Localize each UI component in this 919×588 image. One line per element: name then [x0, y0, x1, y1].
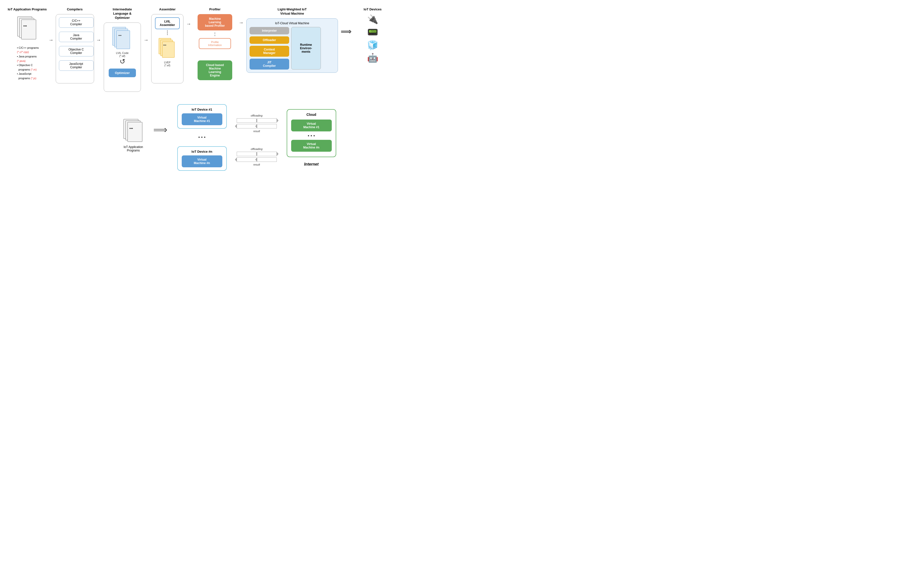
- ext-cpp: (*.c/*.cpp): [17, 50, 29, 53]
- cloud-vm1-box: VirtualMachine #1: [291, 120, 332, 131]
- col-assembler-header: Assembler: [159, 7, 176, 11]
- il-container: ••• LVIL Code(*.af) ↺ Optimizer: [104, 23, 141, 92]
- profile-info-box: ProfileInformation: [199, 38, 231, 49]
- top-diagram: IoT Application Programs ••• • C/C++ pro…: [5, 5, 455, 94]
- result-arrow-left-1: [237, 124, 277, 128]
- col-il-header: IntermediateLanguage &Optimizer: [113, 7, 132, 20]
- offloading-label-1: offloading: [251, 114, 263, 117]
- offload-pair-2: offloading result: [237, 147, 277, 166]
- lvef-label: LVEF(*.ef): [164, 61, 171, 67]
- col-compilers: Compilers C/C++Compiler JavaCompiler Obj…: [55, 7, 95, 83]
- bottom-dots-1: • • •: [198, 135, 205, 140]
- bottom-section: ••• IoT ApplicationPrograms ⟹ IoT Device…: [5, 104, 455, 171]
- device-circuit-icon: 🔌: [367, 14, 378, 24]
- list-item: • JavaScript programs (*.js): [17, 72, 39, 81]
- optimizer-box: Optimizer: [109, 69, 136, 77]
- col-vm: Light-Weighted IoTVirtual Machine IoT-Cl…: [245, 7, 339, 73]
- devicen-vm-box: VirtualMachine #n: [182, 155, 222, 167]
- result-arrow-outline-1a: [237, 124, 257, 128]
- bottom-left-label: IoT ApplicationPrograms: [123, 145, 143, 152]
- col-profiler-header: Profiler: [209, 7, 221, 11]
- list-item: • Java programs(*.java): [17, 55, 39, 63]
- offload-arrow-outline-2b: [257, 152, 277, 156]
- bottom-left: ••• IoT ApplicationPrograms: [123, 104, 143, 152]
- col-iot-apps: IoT Application Programs ••• • C/C++ pro…: [7, 7, 47, 81]
- offload-arrow-outline-1a: [237, 118, 257, 123]
- vm-outer: IoT-Cloud Virtual Machine Interpreter Of…: [246, 18, 338, 73]
- arrow-il-to-assembler: →: [144, 7, 149, 43]
- offload-arrow-outline-1b: [257, 118, 277, 123]
- lvil-code-label: LVIL Code(*.af): [116, 52, 129, 57]
- compiler-cpp: C/C++Compiler: [59, 17, 94, 28]
- col-assembler: Assembler LVILAssembler ••• LVEF(*.ef): [150, 7, 185, 83]
- cloud-title: Cloud: [291, 113, 332, 116]
- runtime-box: RuntimeEnviron-ments: [291, 27, 321, 69]
- cloud-dots: • • •: [291, 133, 332, 139]
- il-page-3: [116, 31, 130, 49]
- profiler-section: MachineLearningbased Profiler ProfileInf…: [195, 14, 235, 80]
- iot-app-list: • C/C++ programs(*.c/*.cpp) • Java progr…: [16, 46, 39, 81]
- result-arrow-outline-2a: [237, 157, 257, 162]
- cycle-arrow: ↺: [120, 57, 125, 66]
- ext-m: (*.m): [31, 68, 37, 71]
- offloader-box: Offloader: [249, 36, 289, 44]
- il-stack: •••: [112, 27, 132, 49]
- lvef-stack: •••: [159, 38, 176, 58]
- arrow-profiler-to-vm: →: [239, 7, 244, 26]
- il-dots: •••: [118, 34, 121, 37]
- diagram-container: IoT Application Programs ••• • C/C++ pro…: [0, 0, 460, 294]
- context-manager-box: ContextManager: [249, 46, 289, 57]
- vm-cloud-title: IoT-Cloud Virtual Machine: [249, 21, 335, 25]
- offloading-label-2: offloading: [251, 147, 263, 150]
- arrow-assembler-to-profiler: →: [186, 7, 191, 27]
- bottom-stack: •••: [123, 119, 143, 141]
- arrow-apps-to-compilers: →: [49, 7, 53, 43]
- internet-label: Internet: [304, 162, 319, 166]
- col-iot-devices-header: IoT Devices: [364, 7, 382, 11]
- bottom-stack-page-3: [128, 122, 142, 142]
- lvil-assembler-box: LVILAssembler: [155, 17, 180, 29]
- col-il: IntermediateLanguage &Optimizer ••• LVIL…: [102, 7, 142, 92]
- device-box-n: IoT Device #n VirtualMachine #n: [177, 146, 227, 171]
- device-fridge-icon: 🧊: [367, 40, 378, 50]
- device1-vm-box: VirtualMachine #1: [182, 113, 222, 125]
- list-item: • C/C++ programs(*.c/*.cpp): [17, 46, 39, 55]
- bottom-arrow-to-devices: ⟹: [153, 104, 167, 136]
- device-robot-icon: 🤖: [367, 53, 378, 63]
- result-arrow-outline-1b: [257, 124, 277, 128]
- col-iot-apps-header: IoT Application Programs: [8, 7, 47, 11]
- offload-arrow-right-1: [237, 118, 277, 123]
- jit-compiler-box: JITCompiler: [249, 59, 289, 69]
- ext-js: (*.js): [31, 77, 36, 80]
- device-meter-icon: 📟: [367, 27, 378, 37]
- devicen-title: IoT Device #n: [182, 150, 222, 153]
- result-arrow-outline-2b: [257, 157, 277, 162]
- offload-arrow-outline-2a: [237, 152, 257, 156]
- device1-title: IoT Device #1: [182, 108, 222, 111]
- compiler-js: JavaScriptCompiler: [59, 60, 94, 71]
- iot-app-stack: •••: [17, 16, 37, 41]
- compiler-java: JavaCompiler: [59, 32, 94, 42]
- result-label-1: result: [253, 130, 260, 132]
- list-item: • Objective C programs (*.m): [17, 63, 39, 72]
- col-vm-header: Light-Weighted IoTVirtual Machine: [278, 7, 306, 16]
- interpreter-box: Interpreter: [249, 27, 289, 34]
- bottom-middle: IoT Device #1 VirtualMachine #1 • • • Io…: [177, 104, 227, 171]
- result-arrow-left-2: [237, 157, 277, 162]
- dashed-line-profiler1: [215, 32, 215, 36]
- arrow-vm-to-devices: ⟹: [341, 7, 351, 36]
- cloud-ml-box: Cloud basedMachineLearningEngine: [197, 60, 232, 80]
- offload-pair-1: offloading result: [237, 114, 277, 132]
- cloud-box: Cloud VirtualMachine #1 • • • VirtualMac…: [287, 109, 336, 157]
- result-label-2: result: [253, 163, 260, 166]
- stack-page-3: [21, 19, 36, 39]
- ext-java: (*.java): [17, 60, 26, 62]
- arrow-compilers-to-il: →: [96, 7, 101, 43]
- dashed-line-assembler: [167, 30, 168, 35]
- assembler-container: LVILAssembler ••• LVEF(*.ef): [151, 14, 183, 83]
- col-profiler: Profiler MachineLearningbased Profiler P…: [193, 7, 237, 80]
- offload-area: offloading result offloading: [237, 104, 277, 166]
- compilers-section: C/C++Compiler JavaCompiler Objective CCo…: [56, 14, 94, 83]
- vm-section: IoT-Cloud Virtual Machine Interpreter Of…: [246, 18, 338, 73]
- device-box-1: IoT Device #1 VirtualMachine #1: [177, 104, 227, 129]
